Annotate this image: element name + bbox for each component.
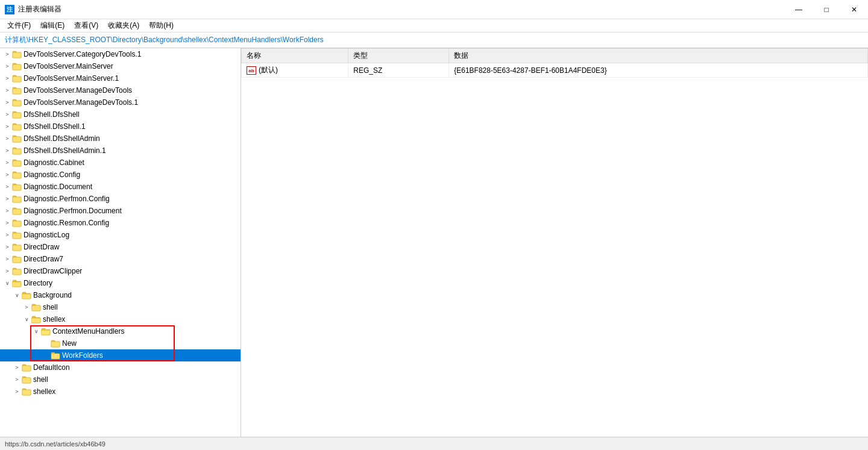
folder-icon-diagconfig: [12, 170, 22, 179]
expander-defaulticon[interactable]: >: [12, 363, 22, 372]
svg-rect-41: [13, 209, 21, 214]
svg-rect-62: [22, 294, 31, 299]
address-text[interactable]: 计算机\HKEY_CLASSES_ROOT\Directory\Backgrou…: [5, 35, 324, 45]
tree-item-devtools1[interactable]: > DevToolsServer.CategoryDevTools.1: [0, 48, 241, 60]
svg-rect-61: [22, 292, 26, 294]
tree-item-dfsshell[interactable]: > DfsShell.DfsShell: [0, 108, 241, 120]
expander-background[interactable]: ∨: [12, 290, 22, 300]
expander-diagcabinet[interactable]: >: [2, 158, 12, 167]
expander-diagresmon[interactable]: >: [2, 218, 12, 228]
reg-value-icon: ab: [247, 66, 256, 75]
folder-icon-dfshelladmin: [12, 134, 22, 143]
tree-label-diagperfconfig: Diagnostic.Perfmon.Config: [24, 195, 110, 203]
expander-diaglog[interactable]: >: [2, 230, 12, 240]
expander-managedevtools[interactable]: >: [2, 86, 12, 95]
menu-help[interactable]: 帮助(H): [144, 19, 178, 32]
folder-icon-mainserver1: [12, 74, 22, 83]
minimize-button[interactable]: —: [785, 0, 813, 19]
folder-icon-diagdocument: [12, 183, 22, 191]
tree-item-directdraw7[interactable]: > DirectDraw7: [0, 253, 241, 265]
tree-item-defaulticon[interactable]: > DefaultIcon: [0, 361, 241, 373]
tree-item-new[interactable]: New: [0, 337, 241, 349]
tree-item-directdraw[interactable]: > DirectDraw: [0, 241, 241, 253]
expander-dfshelladmin[interactable]: >: [2, 134, 12, 143]
expander-dfsshell[interactable]: >: [2, 110, 12, 119]
expander-dfshelladmin1[interactable]: >: [2, 146, 12, 155]
tree-label-shell: shell: [43, 303, 58, 311]
tree-item-workfolders[interactable]: WorkFolders: [0, 349, 241, 361]
tree-item-shellex[interactable]: ∨ shellex: [0, 313, 241, 325]
tree-item-diagconfig[interactable]: > Diagnostic.Config: [0, 169, 241, 181]
expander-dfsshell1[interactable]: >: [2, 122, 12, 131]
expander-shell[interactable]: >: [22, 302, 31, 312]
tree-item-managedevtools[interactable]: > DevToolsServer.ManageDevTools: [0, 84, 241, 96]
tree-item-directdrawclip[interactable]: > DirectDrawClipper: [0, 265, 241, 277]
svg-rect-11: [13, 89, 21, 94]
tree-label-directdraw: DirectDraw: [24, 243, 59, 251]
menu-favorites[interactable]: 收藏夹(A): [103, 19, 144, 32]
table-row[interactable]: ab(默认)REG_SZ{E61BF828-5E63-4287-BEF1-60B…: [242, 63, 868, 78]
folder-icon-directory: [12, 279, 22, 287]
menu-edit[interactable]: 编辑(E): [36, 19, 69, 32]
svg-rect-68: [31, 318, 40, 323]
folder-icon-directdraw: [12, 243, 22, 251]
close-button[interactable]: ✕: [840, 0, 868, 19]
tree-item-contextmenuhandlers[interactable]: ∨ ContextMenuHandlers: [0, 325, 241, 337]
tree-item-managedevtools1[interactable]: > DevToolsServer.ManageDevTools.1: [0, 96, 241, 108]
tree-item-diagperfdocument[interactable]: > Diagnostic.Perfmon.Document: [0, 205, 241, 217]
expander-mainserver[interactable]: >: [2, 61, 12, 71]
expander-diagperfconfig[interactable]: >: [2, 194, 12, 204]
svg-rect-47: [13, 233, 21, 239]
expander-shell2[interactable]: >: [12, 375, 22, 384]
registry-tree[interactable]: > DevToolsServer.CategoryDevTools.1> Dev…: [0, 48, 241, 437]
tree-item-shell2[interactable]: > shell: [0, 373, 241, 386]
col-name: 名称: [242, 49, 348, 63]
folder-icon-diagcabinet: [12, 158, 22, 167]
tree-item-dfshelladmin1[interactable]: > DfsShell.DfsShellAdmin.1: [0, 145, 241, 157]
expander-devtools1[interactable]: >: [2, 49, 12, 59]
svg-rect-26: [13, 149, 21, 154]
expander-managedevtools1[interactable]: >: [2, 98, 12, 107]
tree-item-shellex2[interactable]: > shellex: [0, 386, 241, 398]
tree-label-new: New: [62, 339, 77, 348]
expander-directdrawclip[interactable]: >: [2, 266, 12, 276]
menu-view[interactable]: 查看(V): [69, 19, 103, 32]
expander-directdraw[interactable]: >: [2, 242, 12, 252]
expander-directdraw7[interactable]: >: [2, 254, 12, 264]
tree-item-directory[interactable]: ∨ Directory: [0, 277, 241, 289]
svg-rect-23: [13, 137, 21, 142]
tree-item-diagcabinet[interactable]: > Diagnostic.Cabinet: [0, 157, 241, 169]
tree-item-diagresmon[interactable]: > Diagnostic.Resmon.Config: [0, 217, 241, 229]
expander-shellex2[interactable]: >: [12, 387, 22, 396]
expander-diagconfig[interactable]: >: [2, 170, 12, 180]
expander-workfolders[interactable]: [41, 351, 51, 360]
tree-item-diagdocument[interactable]: > Diagnostic.Document: [0, 181, 241, 193]
folder-icon-defaulticon: [22, 363, 31, 372]
expander-shellex[interactable]: ∨: [22, 314, 31, 324]
expander-mainserver1[interactable]: >: [2, 73, 12, 83]
tree-item-background[interactable]: ∨ Background: [0, 289, 241, 301]
tree-item-dfshelladmin[interactable]: > DfsShell.DfsShellAdmin: [0, 133, 241, 145]
tree-item-diagperfconfig[interactable]: > Diagnostic.Perfmon.Config: [0, 193, 241, 205]
expander-diagperfdocument[interactable]: >: [2, 206, 12, 216]
expander-diagdocument[interactable]: >: [2, 182, 12, 192]
tree-label-shellex2: shellex: [33, 387, 55, 396]
svg-rect-58: [13, 280, 16, 282]
col-type: 类型: [348, 49, 449, 63]
folder-icon-shellex: [31, 315, 41, 323]
svg-rect-59: [12, 282, 21, 287]
tree-item-mainserver[interactable]: > DevToolsServer.MainServer: [0, 60, 241, 72]
expander-contextmenuhandlers[interactable]: ∨: [31, 327, 41, 336]
tree-item-mainserver1[interactable]: > DevToolsServer.MainServer.1: [0, 72, 241, 84]
expander-directory[interactable]: ∨: [2, 278, 12, 288]
menu-bar: 文件(F) 编辑(E) 查看(V) 收藏夹(A) 帮助(H): [0, 19, 868, 33]
folder-icon-shellex2: [22, 387, 31, 396]
svg-rect-14: [13, 101, 21, 106]
tree-item-diaglog[interactable]: > DiagnosticLog: [0, 229, 241, 241]
expander-new[interactable]: [41, 339, 51, 348]
maximize-button[interactable]: □: [813, 0, 840, 19]
tree-item-shell[interactable]: > shell: [0, 301, 241, 313]
tree-label-mainserver: DevToolsServer.MainServer: [24, 62, 113, 70]
menu-file[interactable]: 文件(F): [2, 19, 36, 32]
tree-item-dfsshell1[interactable]: > DfsShell.DfsShell.1: [0, 120, 241, 133]
